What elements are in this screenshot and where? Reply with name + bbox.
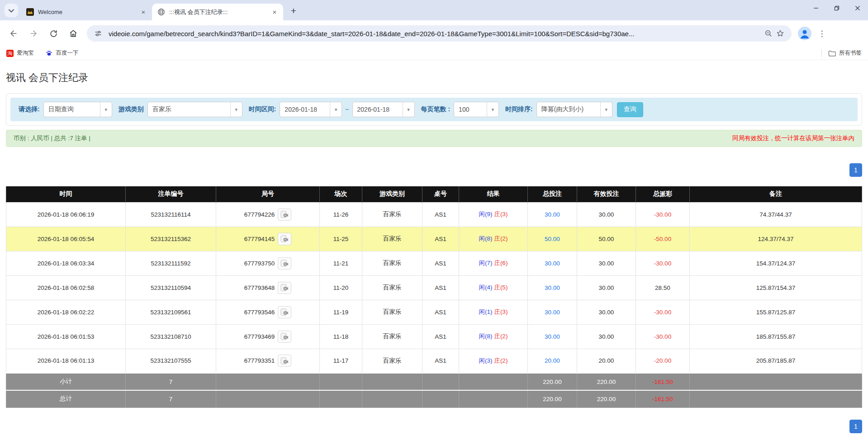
cell-round: 677794145	[216, 227, 320, 251]
refresh-icon[interactable]	[46, 26, 61, 41]
cell-total-bet[interactable]: 30.00	[528, 324, 577, 349]
bet-row[interactable]: 2026-01-18 06:03:34523132111592677793750…	[6, 251, 862, 275]
cell-round: 677793750	[216, 251, 320, 275]
taobao-icon: 淘	[6, 50, 14, 57]
result-banker: 庄(5)	[494, 284, 508, 291]
bet-records-table: 时间注单编号局号场次游戏类别桌号结果总投注有效投注总派彩备注 2026-01-1…	[6, 186, 862, 408]
cell-total-bet[interactable]: 50.00	[528, 227, 577, 251]
zoom-out-icon[interactable]	[763, 28, 774, 39]
site-settings-icon[interactable]	[92, 28, 104, 39]
window-close-button[interactable]	[847, 0, 868, 16]
subtotal-total-bet: 220.00	[528, 373, 577, 390]
per-page-select[interactable]: 100 ▾	[454, 102, 499, 117]
cell-total-bet[interactable]: 30.00	[528, 300, 577, 324]
window-minimize-button[interactable]	[806, 0, 826, 16]
back-icon[interactable]	[6, 26, 21, 41]
column-header: 场次	[320, 186, 362, 202]
cell-valid-bet: 30.00	[577, 202, 636, 227]
profile-avatar[interactable]	[798, 27, 811, 40]
tab-close-icon[interactable]: ×	[139, 8, 147, 16]
result-player: 闲(1)	[479, 308, 493, 315]
cell-bet-id: 523132107555	[126, 349, 216, 373]
all-bookmarks-button[interactable]: 所有书签	[821, 49, 862, 57]
cell-session: 11-26	[320, 202, 362, 227]
new-tab-button[interactable]: +	[287, 4, 300, 18]
bet-row[interactable]: 2026-01-18 06:01:53523132108710677793469…	[6, 324, 862, 349]
cell-total-bet[interactable]: 30.00	[528, 202, 577, 227]
cell-payout: -30.00	[636, 300, 690, 324]
valid-bet-note: 同局有效投注，统一计算在该局第一张注单内	[732, 134, 854, 142]
currency-summary-text: 币别 : 人民币 | 总共 :7 注单 |	[14, 134, 90, 142]
cell-total-bet[interactable]: 30.00	[528, 275, 577, 300]
pagination-page-1[interactable]: 1	[849, 163, 862, 177]
cell-game-kind: 百家乐	[362, 324, 422, 349]
pagination-page-1[interactable]: 1	[849, 420, 862, 433]
browser-window: Welcome × :::视讯 会员下注纪录::: × +	[0, 0, 868, 60]
total-row: 总计 7 220.00 220.00 -161.50	[6, 390, 862, 407]
video-record-icon[interactable]	[278, 282, 291, 294]
column-header: 桌号	[422, 186, 459, 202]
window-controls	[806, 0, 868, 16]
date-start-select[interactable]: 2026-01-18 ▾	[280, 102, 342, 117]
cell-payout: -30.00	[636, 202, 690, 227]
bet-row[interactable]: 2026-01-18 06:06:19523132116114677794226…	[6, 202, 862, 227]
search-button[interactable]: 查询	[617, 102, 643, 117]
forward-icon[interactable]	[26, 26, 41, 41]
pagination-bottom: 1	[6, 420, 862, 433]
bet-row[interactable]: 2026-01-18 06:01:13523132107555677793351…	[6, 349, 862, 373]
tab-search-button[interactable]	[5, 4, 18, 17]
cell-table-no: AS1	[422, 300, 459, 324]
bet-row[interactable]: 2026-01-18 06:05:54523132115362677794145…	[6, 227, 862, 251]
chevron-down-icon: ▾	[330, 102, 342, 117]
globe-icon	[157, 8, 165, 16]
cell-result: 闲(1) 庄(3)	[459, 300, 528, 324]
sort-select[interactable]: 降冪(由大到小) ▾	[536, 102, 612, 117]
cell-total-bet[interactable]: 20.00	[528, 349, 577, 373]
menu-kebab-icon[interactable]: ⋮	[816, 28, 828, 39]
bookmark-baidu[interactable]: 百度一下	[46, 49, 79, 57]
summary-bar: 币别 : 人民币 | 总共 :7 注单 | 同局有效投注，统一计算在该局第一张注…	[6, 130, 862, 147]
bet-row[interactable]: 2026-01-18 06:02:58523132110594677793648…	[6, 275, 862, 300]
round-number: 677793469	[244, 333, 275, 340]
cell-game-kind: 百家乐	[362, 275, 422, 300]
bookmark-aitaobao[interactable]: 淘 爱淘宝	[6, 49, 34, 57]
tab-betrecord[interactable]: :::视讯 会员下注纪录::: ×	[152, 4, 283, 20]
cell-game-kind: 百家乐	[362, 349, 422, 373]
round-number: 677793750	[244, 260, 275, 267]
cell-session: 11-18	[320, 324, 362, 349]
home-icon[interactable]	[66, 26, 81, 41]
total-total-bet: 220.00	[528, 390, 577, 407]
result-banker: 庄(3)	[494, 211, 508, 218]
cell-time: 2026-01-18 06:02:22	[6, 300, 126, 324]
round-number: 677794145	[244, 236, 275, 242]
video-record-icon[interactable]	[278, 233, 291, 245]
column-header: 备注	[690, 186, 862, 202]
subtotal-payout: -161.50	[636, 373, 690, 390]
game-kind-select[interactable]: 百家乐 ▾	[147, 102, 242, 117]
omnibox[interactable]: videoie.com/game/betrecord_search/kind3?…	[87, 25, 792, 42]
cell-table-no: AS1	[422, 324, 459, 349]
tab-close-icon[interactable]: ×	[270, 8, 279, 16]
video-record-icon[interactable]	[278, 257, 291, 270]
cell-result: 闲(9) 庄(3)	[459, 202, 528, 227]
tab-welcome[interactable]: Welcome ×	[21, 4, 152, 20]
result-player: 闲(4)	[479, 284, 493, 291]
video-record-icon[interactable]	[278, 306, 291, 318]
cell-total-bet[interactable]: 30.00	[528, 251, 577, 275]
window-restore-button[interactable]	[826, 0, 847, 16]
bookmark-star-icon[interactable]	[774, 28, 786, 39]
table-header-row: 时间注单编号局号场次游戏类别桌号结果总投注有效投注总派彩备注	[6, 186, 862, 202]
round-number: 677793648	[244, 284, 275, 291]
total-count: 7	[126, 390, 216, 407]
cell-bet-id: 523132108710	[126, 324, 216, 349]
date-end-select[interactable]: 2026-01-18 ▾	[352, 102, 415, 117]
video-record-icon[interactable]	[278, 355, 291, 367]
video-record-icon[interactable]	[278, 331, 291, 343]
cell-result: 闲(8) 庄(2)	[459, 324, 528, 349]
column-header: 结果	[459, 186, 528, 202]
query-type-select[interactable]: 日期查询 ▾	[43, 102, 112, 117]
cell-remark: 124.37/74.37	[690, 227, 862, 251]
bet-row[interactable]: 2026-01-18 06:02:22523132109561677793546…	[6, 300, 862, 324]
total-valid-bet: 220.00	[577, 390, 636, 407]
video-record-icon[interactable]	[278, 208, 291, 221]
